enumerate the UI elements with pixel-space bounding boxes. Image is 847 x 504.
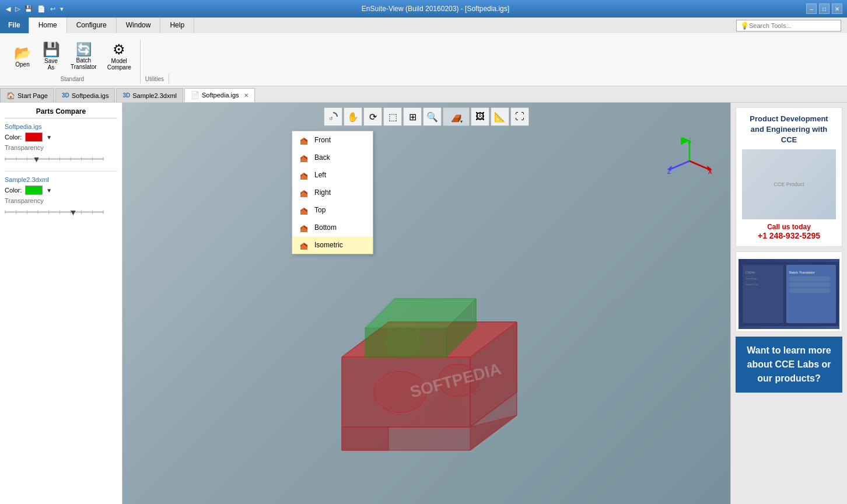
svg-text:CADifix: CADifix <box>746 271 755 274</box>
window-controls[interactable]: – □ ✕ <box>806 4 842 14</box>
ad-box-3[interactable]: Want to learn more about CCE Labs or our… <box>736 337 842 393</box>
part2-transparency-label: Transparency <box>5 197 117 204</box>
part2-color-swatch[interactable] <box>25 186 43 195</box>
title-bar: ◀ ▷ 💾 📄 ↩ ▾ EnSuite-View (Build 20160203… <box>0 0 847 18</box>
svg-text:Z: Z <box>667 169 671 175</box>
tab-window[interactable]: Window <box>117 18 161 33</box>
ad-box-1: Product Development and Engineering with… <box>736 107 842 247</box>
part2-transparency-slider[interactable]: || || || || || ▼ <box>5 205 104 217</box>
part1-slider-track: || || || || || <box>5 158 104 160</box>
tab-softpedia-2[interactable]: 📄 Softpedia.igs ✕ <box>184 88 255 102</box>
svg-marker-8 <box>300 138 304 140</box>
view-isometric[interactable]: Isometric <box>292 236 373 254</box>
part2-color-dropdown[interactable]: ▼ <box>46 187 52 194</box>
qa-undo[interactable]: ↩ <box>49 4 57 14</box>
softpedia1-label: Softpedia.igs <box>72 92 109 99</box>
document-tab-bar: 🏠 Start Page 3D Softpedia.igs 3D Sample2… <box>0 86 847 103</box>
tab-home[interactable]: Home <box>29 18 67 34</box>
render-button[interactable]: 🖼 <box>471 107 489 126</box>
fullscreen-button[interactable]: ⛶ <box>510 107 529 126</box>
maximize-button[interactable]: □ <box>819 4 830 14</box>
view-dropdown-menu[interactable]: Front Back Left <box>292 131 373 254</box>
left-icon <box>298 169 310 181</box>
view-right[interactable]: Right <box>292 184 373 201</box>
isometric-icon <box>298 239 310 251</box>
view-bottom[interactable]: Bottom <box>292 219 373 236</box>
quick-access-toolbar[interactable]: ◀ ▷ 💾 📄 ↩ ▾ <box>5 4 65 14</box>
orbit-button[interactable]: ⟳ <box>363 107 382 126</box>
view-right-label: Right <box>314 188 331 197</box>
tab-help[interactable]: Help <box>160 18 194 33</box>
part2-slider-track: || || || || || <box>5 211 104 213</box>
view-left-label: Left <box>314 171 326 179</box>
part1-color-row: Color: ▼ <box>5 132 117 142</box>
save-label: SaveAs <box>44 58 58 71</box>
part1-transparency-slider[interactable]: || || || || || ▼ <box>5 152 104 164</box>
zoom-box-button[interactable]: ⬚ <box>383 107 402 126</box>
tab-sample2[interactable]: 3D Sample2.3dxml <box>116 88 183 102</box>
view-front[interactable]: Front <box>292 131 373 149</box>
tab-file[interactable]: File <box>0 18 29 33</box>
qa-new[interactable]: 📄 <box>36 4 47 14</box>
close-tab-icon[interactable]: ✕ <box>244 92 249 99</box>
svg-marker-16 <box>300 173 304 175</box>
ad1-title: Product Development and Engineering with… <box>742 114 836 146</box>
open-label: Open <box>15 61 29 68</box>
part1-slider-thumb[interactable]: ▼ <box>33 155 41 164</box>
svg-marker-32 <box>300 243 304 245</box>
part1-transparency-label: Transparency <box>5 144 117 151</box>
bottom-icon <box>298 222 310 233</box>
softpedia2-icon: 📄 <box>191 91 200 99</box>
part1-color-swatch[interactable] <box>25 132 43 142</box>
qa-dropdown[interactable]: ▾ <box>59 4 65 14</box>
tab-start-page[interactable]: 🏠 Start Page <box>0 88 54 102</box>
view-bottom-label: Bottom <box>314 223 337 232</box>
ribbon-tab-bar: File Home Configure Window Help 💡 <box>0 18 847 33</box>
svg-text:▾: ▾ <box>460 119 463 123</box>
main-layout: Parts Compare Softpedia.igs Color: ▼ Tra… <box>0 103 847 504</box>
axes-indicator: Y X Z <box>666 138 713 184</box>
open-button[interactable]: 📂 Open <box>9 43 36 71</box>
ribbon-group-standard: 📂 Open 💾 SaveAs 🔄 BatchTranslator ⚙ Mode… <box>5 40 141 83</box>
sample2-icon: 3D <box>123 92 130 99</box>
view-back[interactable]: Back <box>292 149 373 166</box>
search-input[interactable] <box>749 22 836 29</box>
svg-marker-24 <box>300 208 304 210</box>
ribbon: File Home Configure Window Help 💡 📂 Open… <box>0 18 847 86</box>
close-button[interactable]: ✕ <box>832 4 842 14</box>
part2-color-row: Color: ▼ <box>5 186 117 195</box>
model-compare-button[interactable]: ⚙ ModelCompare <box>103 40 135 74</box>
batch-translator-button[interactable]: 🔄 BatchTranslator <box>66 40 101 73</box>
ad2-screenshot: CADifix TransMagic Spatial Corp Batch Tr… <box>738 259 839 329</box>
tab-softpedia-1[interactable]: 3D Softpedia.igs <box>55 88 115 102</box>
sample2-label: Sample2.3dxml <box>132 92 177 99</box>
model-compare-label: ModelCompare <box>107 58 131 71</box>
qa-save[interactable]: 💾 <box>23 4 34 14</box>
qa-forward[interactable]: ▷ <box>14 4 21 14</box>
zoom-in-button[interactable]: 🔍 <box>423 107 442 126</box>
pan-button[interactable]: ✋ <box>344 107 362 126</box>
group-standard-label: Standard <box>61 76 85 83</box>
zoom-fit-button[interactable]: ⊞ <box>403 107 422 126</box>
model-svg: SOFTPEDIA <box>295 264 558 485</box>
tab-configure[interactable]: Configure <box>67 18 117 33</box>
viewport[interactable]: ↺ ✋ ⟳ ⬚ ⊞ 🔍 ▾ 🖼 📐 ⛶ <box>123 103 730 504</box>
rotate-button[interactable]: ↺ <box>324 107 342 126</box>
part2-slider-thumb[interactable]: ▼ <box>69 208 78 217</box>
start-page-label: Start Page <box>18 92 48 99</box>
qa-back[interactable]: ◀ <box>5 4 12 14</box>
svg-text:X: X <box>708 169 712 175</box>
save-as-button[interactable]: 💾 SaveAs <box>38 40 64 74</box>
view-left[interactable]: Left <box>292 166 373 184</box>
search-box[interactable]: 💡 <box>736 20 841 32</box>
batch-label: BatchTranslator <box>71 57 97 70</box>
part1-color-dropdown[interactable]: ▼ <box>46 134 52 141</box>
minimize-button[interactable]: – <box>806 4 817 14</box>
group-utilities-label: Utilities <box>145 76 164 83</box>
svg-rect-70 <box>789 276 830 281</box>
top-icon <box>298 204 310 216</box>
view-cube-button[interactable]: ▾ <box>443 107 470 126</box>
measure-button[interactable]: 📐 <box>491 107 509 126</box>
view-top[interactable]: Top <box>292 201 373 219</box>
ad2-svg: CADifix TransMagic Spatial Corp Batch Tr… <box>740 262 839 326</box>
